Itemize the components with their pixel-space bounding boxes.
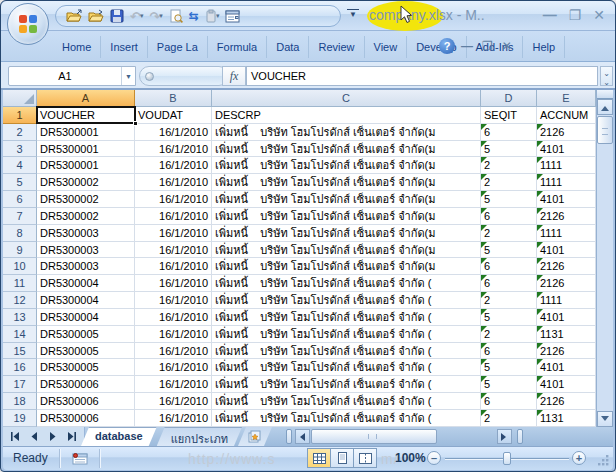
cell-d8[interactable]: 2 bbox=[481, 225, 537, 242]
undo-dropdown-icon[interactable]: ▾ bbox=[140, 12, 144, 20]
cell-e2[interactable]: 2126 bbox=[537, 124, 596, 141]
form-icon[interactable] bbox=[223, 7, 242, 25]
cell-a4[interactable]: DR5300001 bbox=[37, 157, 135, 174]
cell-e18[interactable]: 2126 bbox=[537, 393, 596, 410]
cell-a15[interactable]: DR5300005 bbox=[37, 343, 135, 360]
qat-customize-button[interactable]: ▼ bbox=[347, 9, 359, 19]
cell-a5[interactable]: DR5300002 bbox=[37, 174, 135, 191]
scroll-up-button[interactable] bbox=[597, 99, 613, 115]
scroll-down-button[interactable] bbox=[597, 411, 613, 427]
workbook-minimize-button[interactable]: — bbox=[461, 38, 473, 54]
ribbon-tab-page-la[interactable]: Page La bbox=[148, 36, 208, 58]
ribbon-tab-help[interactable]: Help bbox=[523, 36, 565, 58]
cell-e10[interactable]: 2126 bbox=[537, 258, 596, 275]
column-header-c[interactable]: C bbox=[212, 90, 481, 107]
row-header-10[interactable]: 10 bbox=[3, 258, 37, 275]
cell-c12[interactable]: เพิ่มหนี้ บริษัท โฮมโปรดักส์ เซ็นเตอร์ จ… bbox=[212, 292, 481, 309]
cell-d14[interactable]: 2 bbox=[481, 326, 537, 343]
row-header-18[interactable]: 18 bbox=[3, 393, 37, 410]
column-header-a[interactable]: A bbox=[37, 90, 135, 107]
cell-c9[interactable]: เพิ่มหนี้ บริษัท โฮมโปรดักส์ เซ็นเตอร์ จ… bbox=[212, 242, 481, 259]
column-header-b[interactable]: B bbox=[135, 90, 212, 107]
cell-c18[interactable]: เพิ่มหนี้ บริษัท โฮมโปรดักส์ เซ็นเตอร์ จ… bbox=[212, 393, 481, 410]
row-header-3[interactable]: 3 bbox=[3, 141, 37, 158]
cell-d5[interactable]: 2 bbox=[481, 174, 537, 191]
formula-input[interactable]: VOUCHER bbox=[246, 66, 598, 86]
sheet-tab-inactive[interactable]: แยกประเภท bbox=[157, 427, 242, 446]
restore-button[interactable]: ❐ bbox=[569, 6, 582, 24]
ribbon-tab-formula[interactable]: Formula bbox=[208, 36, 267, 58]
cell-d16[interactable]: 5 bbox=[481, 359, 537, 376]
horizontal-scroll-thumb[interactable] bbox=[311, 429, 437, 444]
resize-grip-icon[interactable] bbox=[597, 454, 610, 467]
cell-d7[interactable]: 6 bbox=[481, 208, 537, 225]
open-folder-icon[interactable] bbox=[64, 7, 84, 25]
cell-e4[interactable]: 1111 bbox=[537, 157, 596, 174]
undo-icon[interactable]: ↶▾ bbox=[128, 7, 145, 25]
row-header-8[interactable]: 8 bbox=[3, 225, 37, 242]
cell-d12[interactable]: 2 bbox=[481, 292, 537, 309]
cell-a19[interactable]: DR5300006 bbox=[37, 410, 135, 427]
cell-d18[interactable]: 6 bbox=[481, 393, 537, 410]
row-header-19[interactable]: 19 bbox=[3, 410, 37, 427]
cell-d13[interactable]: 5 bbox=[481, 309, 537, 326]
cell-d6[interactable]: 5 bbox=[481, 191, 537, 208]
name-box[interactable]: A1 ▼ bbox=[8, 66, 136, 86]
cell-b1[interactable]: VOUDAT bbox=[135, 107, 212, 124]
cell-d10[interactable]: 6 bbox=[481, 258, 537, 275]
scroll-left-button[interactable] bbox=[295, 429, 310, 444]
row-header-5[interactable]: 5 bbox=[3, 174, 37, 191]
redo-dropdown-icon[interactable]: ▾ bbox=[159, 12, 163, 20]
redo-icon[interactable]: ↷▾ bbox=[147, 7, 164, 25]
cell-a16[interactable]: DR5300005 bbox=[37, 359, 135, 376]
cell-e1[interactable]: ACCNUM bbox=[537, 107, 596, 124]
cell-b14[interactable]: 16/1/2010 bbox=[135, 326, 212, 343]
formula-bar-splitter[interactable] bbox=[139, 66, 229, 86]
cell-a7[interactable]: DR5300002 bbox=[37, 208, 135, 225]
cell-a10[interactable]: DR5300003 bbox=[37, 258, 135, 275]
refresh-icon[interactable]: ⇆ bbox=[187, 7, 201, 25]
row-header-6[interactable]: 6 bbox=[3, 191, 37, 208]
close-button[interactable]: ✕ bbox=[593, 6, 605, 24]
ribbon-tab-data[interactable]: Data bbox=[267, 36, 309, 58]
ribbon-tab-view[interactable]: View bbox=[365, 36, 408, 58]
previous-sheet-button[interactable] bbox=[26, 430, 42, 444]
cell-b13[interactable]: 16/1/2010 bbox=[135, 309, 212, 326]
row-header-12[interactable]: 12 bbox=[3, 292, 37, 309]
horizontal-scroll-track[interactable] bbox=[438, 429, 496, 444]
cell-b3[interactable]: 16/1/2010 bbox=[135, 141, 212, 158]
row-header-9[interactable]: 9 bbox=[3, 242, 37, 259]
zoom-out-button[interactable]: – bbox=[427, 451, 441, 465]
cell-a3[interactable]: DR5300001 bbox=[37, 141, 135, 158]
cell-c6[interactable]: เพิ่มหนี้ บริษัท โฮมโปรดักส์ เซ็นเตอร์ จ… bbox=[212, 191, 481, 208]
cell-a11[interactable]: DR5300004 bbox=[37, 275, 135, 292]
cell-a8[interactable]: DR5300003 bbox=[37, 225, 135, 242]
cell-c2[interactable]: เพิ่มหนี้ บริษัท โฮมโปรดักส์ เซ็นเตอร์ จ… bbox=[212, 124, 481, 141]
row-header-7[interactable]: 7 bbox=[3, 208, 37, 225]
cell-e11[interactable]: 2126 bbox=[537, 275, 596, 292]
office-button[interactable] bbox=[7, 3, 49, 45]
cell-b5[interactable]: 16/1/2010 bbox=[135, 174, 212, 191]
paste-dropdown-icon[interactable]: ▾ bbox=[216, 12, 220, 20]
cell-c16[interactable]: เพิ่มหนี้ บริษัท โฮมโปรดักส์ เซ็นเตอร์ จ… bbox=[212, 359, 481, 376]
row-header-11[interactable]: 11 bbox=[3, 275, 37, 292]
zoom-in-button[interactable]: + bbox=[572, 451, 586, 465]
cell-d9[interactable]: 5 bbox=[481, 242, 537, 259]
cell-e15[interactable]: 2126 bbox=[537, 343, 596, 360]
cell-c3[interactable]: เพิ่มหนี้ บริษัท โฮมโปรดักส์ เซ็นเตอร์ จ… bbox=[212, 141, 481, 158]
cell-b16[interactable]: 16/1/2010 bbox=[135, 359, 212, 376]
help-icon[interactable]: ? bbox=[439, 38, 455, 54]
cell-d2[interactable]: 6 bbox=[481, 124, 537, 141]
vertical-split-handle[interactable] bbox=[597, 90, 613, 99]
cell-a18[interactable]: DR5300006 bbox=[37, 393, 135, 410]
row-header-1[interactable]: 1 bbox=[3, 107, 37, 124]
cell-c13[interactable]: เพิ่มหนี้ บริษัท โฮมโปรดักส์ เซ็นเตอร์ จ… bbox=[212, 309, 481, 326]
ribbon-tab-develop[interactable]: Develop bbox=[407, 36, 466, 58]
cell-b7[interactable]: 16/1/2010 bbox=[135, 208, 212, 225]
cell-e14[interactable]: 1131 bbox=[537, 326, 596, 343]
minimize-button[interactable]: — bbox=[543, 6, 557, 24]
ribbon-tab-home[interactable]: Home bbox=[53, 36, 101, 58]
cell-c11[interactable]: เพิ่มหนี้ บริษัท โฮมโปรดักส์ เซ็นเตอร์ จ… bbox=[212, 275, 481, 292]
cell-c10[interactable]: เพิ่มหนี้ บริษัท โฮมโปรดักส์ เซ็นเตอร์ จ… bbox=[212, 258, 481, 275]
cell-b12[interactable]: 16/1/2010 bbox=[135, 292, 212, 309]
